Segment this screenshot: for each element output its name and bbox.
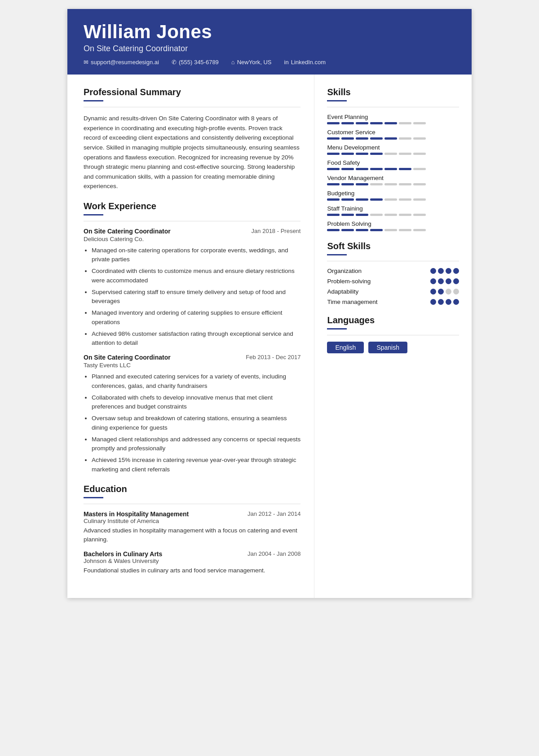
skills-line [327, 107, 459, 107]
skill-item: Customer Service [327, 129, 459, 140]
job-company: Delicious Catering Co. [84, 236, 300, 242]
phone-icon: ✆ [172, 59, 177, 66]
right-column: Skills Event Planning Customer Service M… [314, 75, 472, 598]
skill-bar-segment [341, 122, 354, 124]
dot [430, 268, 436, 274]
summary-line [84, 107, 300, 107]
summary-title: Professional Summary [84, 87, 300, 97]
skill-bar-segment [384, 183, 397, 185]
soft-skill-name: Problem-solving [327, 278, 371, 285]
skill-bar-segment [327, 198, 340, 201]
work-divider [84, 214, 103, 215]
skill-bar-segment [370, 229, 383, 231]
skills-title: Skills [327, 87, 459, 97]
skill-bar-segment [399, 153, 411, 155]
skill-bar-segment [384, 153, 397, 155]
skill-bar-segment [341, 153, 354, 155]
dot [430, 299, 436, 305]
skill-bar-segment [399, 168, 411, 170]
skill-bar-segment [370, 168, 383, 170]
skill-bar-segment [370, 153, 383, 155]
dot [446, 268, 451, 274]
linkedin-icon: in [284, 59, 289, 66]
soft-skill-row: Problem-solving [327, 278, 459, 285]
list-item: Managed on-site catering operations for … [92, 246, 300, 264]
skill-bar-segment [370, 214, 383, 216]
skill-bar-segment [384, 214, 397, 216]
skill-name: Staff Training [327, 205, 459, 212]
language-tag: English [327, 342, 364, 353]
skills-divider [327, 100, 347, 101]
summary-section: Professional Summary Dynamic and results… [84, 87, 300, 191]
jobs-container: On Site Catering Coordinator Jan 2018 - … [84, 228, 300, 474]
skills-section: Skills Event Planning Customer Service M… [327, 87, 459, 231]
skill-bar-segment [413, 153, 426, 155]
language-tag: Spanish [368, 342, 407, 353]
edu-dates: Jan 2012 - Jan 2014 [247, 510, 301, 517]
edu-dates: Jan 2004 - Jan 2008 [247, 550, 301, 557]
edu-line [84, 504, 300, 504]
header-section: William Jones On Site Catering Coordinat… [67, 9, 472, 75]
job-header: On Site Catering Coordinator Jan 2018 - … [84, 228, 300, 235]
edu-desc: Foundational studies in culinary arts an… [84, 566, 300, 575]
linkedin-value: LinkedIn.com [291, 59, 326, 66]
dot [438, 268, 444, 274]
skill-bar-segment [370, 198, 383, 201]
skill-bar-segment [341, 198, 354, 201]
dots-container [430, 289, 459, 294]
skill-bar-segment [413, 137, 426, 140]
location-value: NewYork, US [237, 59, 272, 66]
skill-bar-segment [356, 153, 368, 155]
job-bullets: Planned and executed catering services f… [84, 372, 300, 474]
skill-bar-segment [370, 137, 383, 140]
edu-divider [84, 497, 103, 498]
skill-bar-segment [413, 198, 426, 201]
skill-bar-segment [356, 229, 368, 231]
skill-bar-segment [327, 153, 340, 155]
dot [453, 268, 459, 274]
skills-container: Event Planning Customer Service Menu Dev… [327, 114, 459, 231]
soft-skill-name: Adaptability [327, 288, 358, 295]
dot [430, 289, 436, 294]
dot [438, 299, 444, 305]
skill-bar-segment [413, 229, 426, 231]
skill-bar-segment [384, 137, 397, 140]
soft-skills-divider [327, 254, 347, 255]
list-item: Achieved 15% increase in catering revenu… [92, 456, 300, 474]
soft-skill-row: Time management [327, 299, 459, 305]
skill-bar-segment [327, 183, 340, 185]
candidate-name: William Jones [84, 22, 455, 42]
list-item: Achieved 98% customer satisfaction ratin… [92, 330, 300, 348]
list-item: Supervised catering staff to ensure time… [92, 288, 300, 306]
dot [446, 289, 451, 294]
skill-item: Menu Development [327, 144, 459, 155]
skill-bar-segment [413, 183, 426, 185]
skill-bar-segment [327, 137, 340, 140]
skill-bar [327, 198, 459, 201]
edu-header: Bachelors in Culinary Arts Jan 2004 - Ja… [84, 550, 300, 558]
skill-bar-segment [356, 214, 368, 216]
edu-entry: Masters in Hospitality Management Jan 20… [84, 510, 300, 545]
languages-title: Languages [327, 315, 459, 325]
skill-bar-segment [341, 183, 354, 185]
skill-bar-segment [341, 137, 354, 140]
skill-bar-segment [370, 122, 383, 124]
dot [438, 289, 444, 294]
skill-bar [327, 153, 459, 155]
job-bullets: Managed on-site catering operations for … [84, 246, 300, 348]
skill-bar-segment [327, 229, 340, 231]
job-entry: On Site Catering Coordinator Feb 2013 - … [84, 354, 300, 474]
summary-text: Dynamic and results-driven On Site Cater… [84, 114, 300, 191]
skill-name: Menu Development [327, 144, 459, 151]
list-item: Oversaw setup and breakdown of catering … [92, 414, 300, 432]
skill-item: Staff Training [327, 205, 459, 216]
email-value: support@resumedesign.ai [91, 59, 159, 66]
soft-skill-name: Time management [327, 299, 377, 305]
skill-bar-segment [327, 122, 340, 124]
location-icon: ⌂ [231, 59, 235, 66]
work-experience-section: Work Experience On Site Catering Coordin… [84, 201, 300, 474]
edu-header: Masters in Hospitality Management Jan 20… [84, 510, 300, 518]
skill-bar-segment [341, 214, 354, 216]
dot [453, 289, 459, 294]
skill-bar-segment [413, 168, 426, 170]
